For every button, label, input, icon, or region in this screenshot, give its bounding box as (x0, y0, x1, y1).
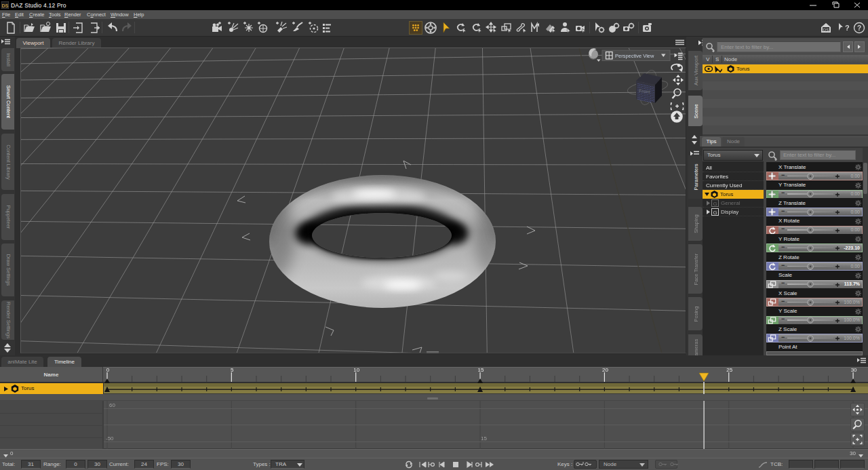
svg-text:15: 15 (481, 435, 487, 442)
svg-text:DS: DS (823, 28, 829, 32)
svg-text:G: G (713, 210, 717, 216)
svg-text:25: 25 (726, 367, 732, 373)
svg-text:0: 0 (106, 367, 110, 373)
svg-text:30: 30 (851, 367, 857, 373)
svg-text:?: ? (845, 24, 850, 32)
svg-text:?: ? (857, 24, 861, 32)
svg-text:-50: -50 (106, 435, 114, 442)
svg-text:5: 5 (231, 367, 234, 373)
svg-text:60: 60 (109, 402, 115, 408)
svg-text:G: G (713, 201, 717, 207)
svg-text:10: 10 (353, 367, 359, 373)
svg-text:DS: DS (2, 3, 9, 8)
svg-text:20: 20 (602, 367, 608, 373)
svg-text:Perspective View: Perspective View (615, 53, 654, 59)
svg-text:15: 15 (478, 367, 484, 373)
